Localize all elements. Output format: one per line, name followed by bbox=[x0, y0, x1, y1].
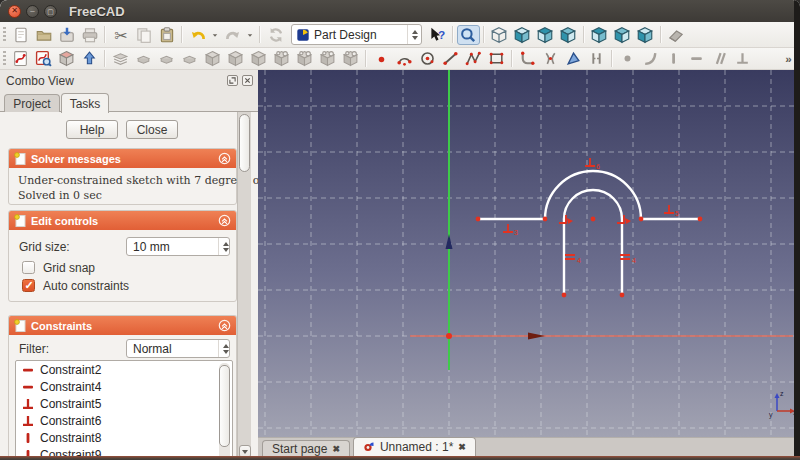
pad-icon bbox=[112, 50, 129, 67]
constrain-perpendicular-button bbox=[731, 48, 754, 69]
open-document-icon bbox=[35, 26, 53, 44]
view-bottom-button[interactable] bbox=[611, 24, 634, 45]
origin-point[interactable] bbox=[446, 333, 452, 339]
3d-viewport[interactable]: 65344zxy bbox=[258, 70, 794, 437]
panel-float-button[interactable] bbox=[227, 75, 238, 86]
constrain-vertical-button bbox=[662, 48, 685, 69]
constraints-header[interactable]: Constraints bbox=[9, 316, 236, 335]
constraint-list-item[interactable]: Constraint5 bbox=[16, 395, 232, 412]
create-fillet-button[interactable] bbox=[516, 48, 539, 69]
view-right-button[interactable] bbox=[557, 24, 580, 45]
view-left-icon bbox=[636, 26, 654, 44]
create-circle-button[interactable] bbox=[416, 48, 439, 69]
panel-close-button[interactable] bbox=[242, 75, 253, 86]
create-arc-icon bbox=[396, 50, 413, 67]
view-left-button[interactable] bbox=[634, 24, 657, 45]
edit-controls-header[interactable]: Edit controls bbox=[9, 211, 236, 230]
constraint-markers[interactable]: 65344 bbox=[503, 158, 679, 264]
constraint-list[interactable]: Constraint2Constraint4Constraint5Constra… bbox=[15, 360, 233, 460]
collapse-section-icon[interactable] bbox=[218, 152, 231, 165]
undo-menu-button[interactable] bbox=[209, 24, 221, 45]
construction-mode-button[interactable] bbox=[585, 48, 608, 69]
create-arc-button[interactable] bbox=[393, 48, 416, 69]
close-tab-icon[interactable]: ✖ bbox=[332, 444, 340, 454]
toolbar-grip-handle[interactable] bbox=[3, 27, 6, 42]
clear-measurement-button[interactable] bbox=[665, 24, 688, 45]
trim-edge-icon bbox=[542, 50, 559, 67]
toolbar-separator bbox=[104, 50, 106, 67]
collapse-section-icon[interactable] bbox=[218, 214, 231, 227]
sketch-geometry[interactable] bbox=[478, 171, 700, 295]
solver-time: Solved in 0 sec bbox=[18, 189, 102, 202]
external-geometry-button[interactable] bbox=[562, 48, 585, 69]
create-line-button[interactable] bbox=[439, 48, 462, 69]
paste-button[interactable] bbox=[155, 24, 178, 45]
filter-dropdown[interactable]: Normal bbox=[126, 339, 230, 358]
create-polyline-button[interactable] bbox=[462, 48, 485, 69]
window-close-button[interactable]: ✕ bbox=[8, 5, 21, 18]
constraint-list-item[interactable]: Constraint2 bbox=[16, 361, 232, 378]
close-task-button[interactable]: Close bbox=[126, 120, 178, 139]
scrollbar-thumb[interactable] bbox=[219, 365, 230, 447]
collapse-section-icon[interactable] bbox=[218, 319, 231, 332]
cut-button[interactable]: ✂ bbox=[109, 24, 132, 45]
view-axonometric-button[interactable] bbox=[488, 24, 511, 45]
new-document-button[interactable] bbox=[9, 24, 32, 45]
tab-project[interactable]: Project bbox=[4, 94, 60, 112]
create-rectangle-button[interactable] bbox=[485, 48, 508, 69]
panel-scrollbar-thumb[interactable] bbox=[239, 114, 250, 172]
constraint-list-scrollbar[interactable] bbox=[219, 363, 230, 460]
cut-icon: ✂ bbox=[112, 26, 130, 44]
tab-tasks[interactable]: Tasks bbox=[61, 93, 109, 113]
edit-sketch-button[interactable] bbox=[32, 48, 55, 69]
view-rear-icon bbox=[590, 26, 608, 44]
auto-constraints-checkbox[interactable] bbox=[22, 279, 35, 292]
map-sketch-button[interactable] bbox=[55, 48, 78, 69]
constraint-list-item[interactable]: Constraint6 bbox=[16, 412, 232, 429]
sketch-points[interactable] bbox=[476, 217, 703, 298]
close-tab-icon[interactable]: ✖ bbox=[458, 442, 466, 452]
help-button[interactable]: Help bbox=[66, 120, 118, 139]
redo-menu-icon bbox=[244, 26, 256, 44]
view-right-icon bbox=[559, 26, 577, 44]
leave-sketch-button[interactable] bbox=[78, 48, 101, 69]
draft-button bbox=[247, 48, 270, 69]
new-sketch-button[interactable] bbox=[9, 48, 32, 69]
open-document-button[interactable] bbox=[32, 24, 55, 45]
create-point-button[interactable] bbox=[370, 48, 393, 69]
constrain-coincident-icon bbox=[619, 50, 636, 67]
tab-start-page[interactable]: Start page ✖ bbox=[262, 440, 350, 456]
edit-controls-section: Edit controls Grid size: 10 mm Grid snap… bbox=[8, 210, 237, 302]
create-polyline-icon bbox=[465, 50, 482, 67]
undo-button[interactable] bbox=[186, 24, 209, 45]
toolbar-grip-handle[interactable] bbox=[3, 51, 6, 66]
tab-unnamed-document[interactable]: Unnamed : 1* ✖ bbox=[353, 437, 476, 456]
fillet-icon bbox=[204, 50, 221, 67]
whats-this-button[interactable]: ? bbox=[426, 24, 449, 45]
constraint-list-item[interactable]: Constraint4 bbox=[16, 378, 232, 395]
grid-snap-checkbox[interactable] bbox=[22, 261, 35, 274]
window-maximize-button[interactable]: ▢ bbox=[44, 5, 57, 18]
spinner-arrows-icon[interactable] bbox=[218, 238, 229, 255]
window-minimize-button[interactable]: – bbox=[26, 5, 39, 18]
constraint-list-item[interactable]: Constraint8 bbox=[16, 429, 232, 446]
sketch-canvas[interactable]: 65344zxy bbox=[258, 70, 794, 437]
window-bottom-border bbox=[0, 456, 800, 460]
view-rear-button[interactable] bbox=[588, 24, 611, 45]
tasks-panel: Help Close Solver messages Under-constra… bbox=[0, 112, 258, 460]
grid-size-spinbox[interactable]: 10 mm bbox=[126, 237, 230, 256]
titlebar[interactable]: ✕ – ▢ FreeCAD bbox=[0, 0, 800, 23]
save-document-button[interactable] bbox=[55, 24, 78, 45]
trim-edge-button[interactable] bbox=[539, 48, 562, 69]
grid-size-label: Grid size: bbox=[19, 240, 70, 254]
constrain-vertical-icon bbox=[665, 50, 682, 67]
dropdown-arrows-icon[interactable] bbox=[218, 340, 229, 357]
view-front-button[interactable] bbox=[511, 24, 534, 45]
panel-scrollbar[interactable] bbox=[237, 112, 251, 460]
fit-all-button[interactable] bbox=[457, 25, 480, 45]
workbench-selector[interactable]: Part Design bbox=[291, 24, 422, 45]
construction-mode-icon bbox=[588, 50, 605, 67]
view-top-button[interactable] bbox=[534, 24, 557, 45]
multi-transform-button bbox=[339, 48, 362, 69]
solver-messages-header[interactable]: Solver messages bbox=[9, 149, 236, 168]
